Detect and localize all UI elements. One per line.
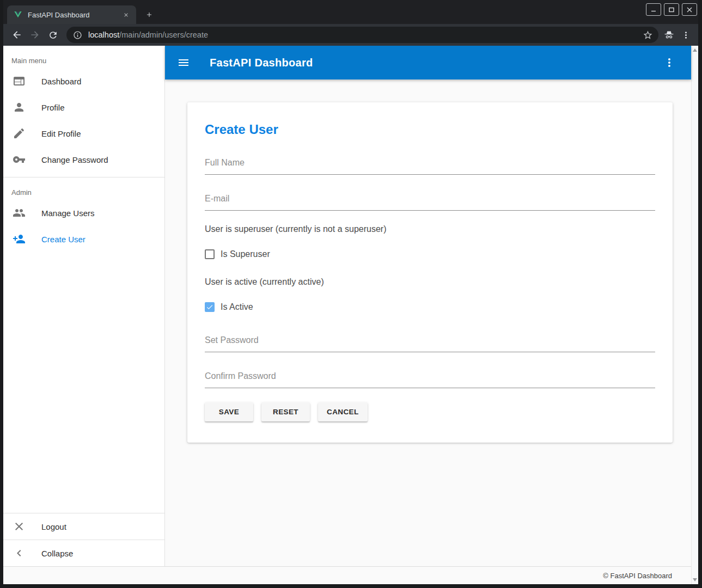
sidebar-item-manage-users[interactable]: Manage Users	[3, 200, 164, 226]
main-area: FastAPI Dashboard Create User	[165, 46, 691, 566]
sidebar-item-change-password[interactable]: Change Password	[3, 146, 164, 173]
sidebar-item-create-user[interactable]: Create User	[3, 226, 164, 252]
page-content: Create User User is superuser (currently…	[165, 79, 691, 566]
new-tab-button[interactable]	[142, 7, 157, 22]
appbar: FastAPI Dashboard	[165, 46, 691, 79]
browser-menu-icon[interactable]	[680, 29, 692, 41]
incognito-icon	[663, 29, 675, 41]
page-title: Create User	[205, 121, 655, 138]
confirm-password-input[interactable]	[205, 371, 655, 388]
address-bar[interactable]: localhost/main/admin/users/create	[66, 27, 658, 43]
vue-logo-icon	[14, 10, 22, 19]
email-input[interactable]	[205, 194, 655, 211]
people-icon	[13, 206, 26, 219]
sidebar-item-dashboard[interactable]: Dashboard	[3, 68, 164, 94]
browser-tab[interactable]: FastAPI Dashboard	[7, 5, 136, 24]
browser-window: FastAPI Dashboard	[0, 0, 702, 588]
sidebar-bottom: Logout Collapse	[3, 513, 164, 566]
browser-toolbar: localhost/main/admin/users/create	[3, 24, 698, 46]
site-info-icon[interactable]	[73, 30, 82, 40]
sidebar-item-profile[interactable]: Profile	[3, 94, 164, 120]
confirm-password-field	[205, 371, 655, 388]
person-icon	[13, 101, 26, 114]
appbar-more-icon[interactable]	[663, 56, 676, 69]
back-icon[interactable]	[10, 28, 23, 41]
is-superuser-checkbox[interactable]	[205, 249, 215, 259]
set-password-input[interactable]	[205, 335, 655, 352]
email-field	[205, 194, 655, 211]
is-active-checkbox[interactable]	[205, 302, 215, 312]
full-name-input[interactable]	[205, 158, 655, 175]
cancel-button[interactable]: CANCEL	[318, 402, 368, 421]
sidebar-item-edit-profile[interactable]: Edit Profile	[3, 120, 164, 146]
maximize-button[interactable]	[664, 3, 679, 16]
tab-close-icon[interactable]	[121, 10, 131, 20]
url-host: localhost	[88, 30, 119, 39]
checkbox-label: Is Superuser	[221, 249, 270, 259]
appbar-title: FastAPI Dashboard	[210, 57, 663, 69]
bookmark-star-icon[interactable]	[643, 30, 653, 40]
key-icon	[13, 153, 26, 166]
checkbox-label: Is Active	[221, 302, 253, 312]
sidebar: Main menu Dashboard Profi	[3, 46, 165, 566]
url-text: localhost/main/admin/users/create	[88, 30, 643, 39]
sidebar-section-main-menu: Main menu	[3, 46, 164, 68]
person-add-icon	[13, 232, 26, 246]
sidebar-item-label: Change Password	[41, 155, 108, 164]
sidebar-item-label: Dashboard	[41, 77, 81, 86]
scroll-down-arrow-icon[interactable]	[693, 578, 697, 581]
hamburger-menu-icon[interactable]	[177, 56, 190, 69]
check-icon	[206, 303, 213, 311]
sidebar-section-admin: Admin	[3, 177, 164, 200]
reset-button[interactable]: RESET	[261, 402, 310, 421]
set-password-field	[205, 335, 655, 352]
save-button[interactable]: SAVE	[205, 402, 253, 421]
reload-icon[interactable]	[46, 28, 59, 41]
is-superuser-checkbox-row[interactable]: Is Superuser	[205, 249, 655, 259]
minimize-button[interactable]	[646, 3, 661, 16]
close-window-button[interactable]	[682, 3, 697, 16]
dashboard-icon	[13, 75, 26, 88]
sidebar-item-label: Manage Users	[41, 209, 95, 218]
sidebar-item-label: Edit Profile	[41, 129, 81, 138]
page-footer: © FastAPI Dashboard	[3, 566, 691, 584]
browser-titlebar: FastAPI Dashboard	[3, 0, 698, 24]
vertical-scrollbar[interactable]	[691, 46, 698, 584]
sidebar-item-logout[interactable]: Logout	[3, 513, 164, 540]
close-icon	[13, 520, 26, 533]
page-viewport: Main menu Dashboard Profi	[3, 46, 698, 584]
is-active-checkbox-row[interactable]: Is Active	[205, 302, 655, 312]
pencil-icon	[13, 127, 26, 140]
create-user-card: Create User User is superuser (currently…	[187, 102, 673, 443]
sidebar-item-label: Collapse	[41, 549, 73, 558]
form-buttons: SAVE RESET CANCEL	[205, 402, 655, 421]
superuser-hint: User is superuser (currently is not a su…	[205, 224, 655, 235]
sidebar-item-label: Logout	[41, 522, 66, 531]
forward-icon[interactable]	[28, 28, 41, 41]
tab-title: FastAPI Dashboard	[28, 11, 121, 19]
toolbar-right-icons	[663, 29, 692, 41]
url-path: /main/admin/users/create	[119, 30, 208, 39]
scroll-up-arrow-icon[interactable]	[693, 48, 697, 52]
chevron-left-icon	[13, 547, 26, 560]
active-hint: User is active (currently active)	[205, 277, 655, 287]
sidebar-item-collapse[interactable]: Collapse	[3, 540, 164, 566]
window-controls	[646, 3, 697, 16]
sidebar-item-label: Profile	[41, 103, 65, 112]
full-name-field	[205, 158, 655, 175]
footer-text: © FastAPI Dashboard	[603, 572, 672, 580]
sidebar-item-label: Create User	[41, 235, 86, 244]
